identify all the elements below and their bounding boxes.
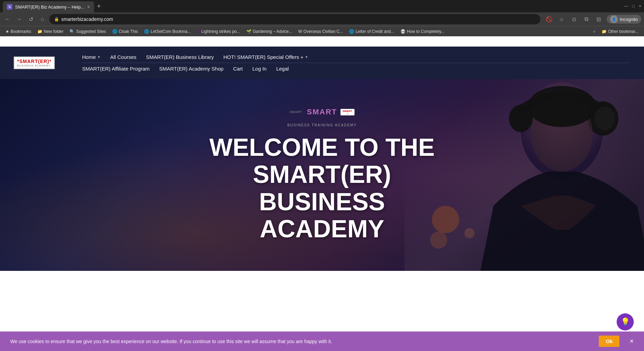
hero-logo-eyebrow: SMART (289, 110, 302, 114)
hero-logo-badge: SMART S (340, 109, 354, 115)
bookmark-gardening[interactable]: 🌱 Gardening – Advice... (244, 28, 295, 35)
logo-area: *SMART(ER)* BUSINESS ACADEMY (14, 57, 82, 69)
browser-chrome: S SMART(ER) Biz Academy – Help... × + — … (0, 0, 644, 36)
nav-login[interactable]: Log In (252, 66, 267, 72)
reload-button[interactable]: ↺ (26, 14, 36, 24)
hero-badge-bot: S (347, 113, 348, 115)
bookmark-label: Other bookmar... (608, 29, 639, 34)
address-bar-row: ← → ↺ ⌂ 🔒 smarterbizacademy.com 🚫 ☆ ⊙ ⧉ … (0, 12, 644, 26)
hero-logo-subtitle: BUSINESS TRAINING ACADEMY (7, 123, 637, 127)
nav-cart[interactable]: Cart (233, 66, 243, 72)
minimize-button[interactable]: — (624, 4, 628, 9)
hero-content: SMART SMART SMART S BUSINESS TRAINING AC… (0, 94, 644, 256)
maximize-button[interactable]: □ (632, 4, 635, 9)
bookmark-lightning[interactable]: Y Lightning strikes po... (194, 28, 243, 35)
hero-logo-brand: SMART (307, 108, 337, 116)
bookmark-label: Letter of Credit and... (356, 29, 394, 34)
bookmark-label: LetSetCom Bookma... (151, 29, 191, 34)
bookmark-suggested-sites[interactable]: 🔍 Suggested Sites (67, 28, 108, 35)
bookmark-how-to[interactable]: 💀 How to Completely... (398, 28, 447, 35)
bookmark-more-button[interactable]: » (590, 28, 598, 35)
nav-links-container: Home ▼ All Courses SMART(ER) Business Li… (82, 51, 630, 74)
hero-headline-line3: BUSINESS (259, 188, 385, 215)
new-tab-button[interactable]: + (97, 2, 101, 10)
folder-icon: 📁 (37, 29, 42, 34)
bookmarks-bar: ★ Bookmarks 📁 New folder 🔍 Suggested Sit… (0, 26, 644, 36)
bookmark-other[interactable]: 📁 Other bookmar... (599, 28, 641, 35)
bookmark-new-folder[interactable]: 📁 New folder (35, 28, 66, 35)
url-text: smarterbizacademy.com (61, 16, 113, 22)
bookmark-label: Suggested Sites (76, 29, 106, 34)
nav-special-offers[interactable]: HOT! SMART(ER) Special Offers + ▼ (223, 54, 308, 60)
letter-icon: 🌐 (349, 29, 354, 34)
tab-favicon: S (7, 4, 12, 10)
bookmark-letter-of-credit[interactable]: 🌐 Letter of Credit and... (346, 28, 397, 35)
logo-brand-text: *SMART(ER)* (17, 59, 51, 64)
bookmark-label: Lightning strikes po... (201, 29, 240, 34)
hero-headline-line2: SMART(ER) (253, 161, 391, 188)
tab-title: SMART(ER) Biz Academy – Help... (15, 4, 85, 10)
nav-business-library[interactable]: SMART(ER) Business Library (146, 54, 214, 60)
bookmark-label: Gardening – Advice... (253, 29, 292, 34)
special-offers-arrow-icon: ▼ (305, 55, 308, 59)
bookmark-label: Bookmarks (11, 29, 31, 34)
nav-row-2: SMART(ER) Affiliate Program SMART(ER) Ac… (82, 63, 630, 74)
sidebar-icon[interactable]: ⊟ (594, 14, 603, 24)
site-partial-left (0, 36, 178, 46)
performance-icon[interactable]: ⊙ (569, 14, 579, 24)
bookmark-star-icon[interactable]: ☆ (557, 14, 566, 24)
logo-sub-text: BUSINESS ACADEMY (17, 64, 51, 67)
hero-section: SMART SMART SMART S BUSINESS TRAINING AC… (0, 79, 644, 271)
other-folder-icon: 📁 (602, 29, 607, 34)
bookmark-cloak-this[interactable]: 🌐 Cloak This (110, 28, 141, 35)
hero-headline-line4: ACADEMY (260, 215, 384, 242)
window-controls: — □ × (624, 4, 641, 9)
nav-academy-shop[interactable]: SMART(ER) Academy Shop (159, 66, 223, 72)
hero-headline: WELCOME TO THE SMART(ER) BUSINESS ACADEM… (168, 134, 476, 242)
toolbar-icons: 🚫 ☆ ⊙ ⧉ ⊟ (544, 14, 603, 24)
tab-bar: S SMART(ER) Biz Academy – Help... × + — … (0, 0, 644, 12)
home-arrow-icon: ▼ (97, 55, 101, 59)
gardening-icon: 🌱 (246, 29, 252, 34)
hero-logo-area: SMART SMART SMART S (7, 108, 637, 116)
search-icon: 🔍 (69, 29, 75, 34)
bookmark-letsetcom[interactable]: 🌐 LetSetCom Bookma... (141, 28, 193, 35)
bookmark-star-icon: ★ (5, 29, 9, 34)
active-tab[interactable]: S SMART(ER) Biz Academy – Help... × (3, 1, 94, 12)
nav-row-1: Home ▼ All Courses SMART(ER) Business Li… (82, 51, 630, 63)
profile-label: Incognito (620, 17, 638, 22)
skull-icon: 💀 (400, 29, 405, 34)
wordpress-icon: W (298, 29, 302, 34)
home-button[interactable]: ⌂ (38, 14, 47, 24)
nav-all-courses[interactable]: All Courses (110, 54, 137, 60)
site-partial-right (178, 36, 644, 46)
site-logo[interactable]: *SMART(ER)* BUSINESS ACADEMY (14, 57, 55, 69)
bookmark-label: Cloak This (119, 29, 138, 34)
nav-legal[interactable]: Legal (276, 66, 289, 72)
bookmark-label: New folder (44, 29, 63, 34)
nav-affiliate-program[interactable]: SMART(ER) Affiliate Program (82, 66, 150, 72)
yahoo-icon: Y (197, 29, 200, 34)
nav-home[interactable]: Home ▼ (82, 54, 101, 60)
back-button[interactable]: ← (3, 14, 12, 24)
tab-close-button[interactable]: × (87, 4, 90, 10)
bookmark-bookmarks[interactable]: ★ Bookmarks (3, 28, 34, 35)
security-lock-icon: 🔒 (54, 17, 59, 22)
avatar: 👤 (610, 15, 618, 23)
bookmark-label: How to Completely... (407, 29, 445, 34)
no-camera-icon[interactable]: 🚫 (544, 14, 554, 24)
site-navigation: *SMART(ER)* BUSINESS ACADEMY Home ▼ All … (0, 47, 644, 79)
letsetcom-icon: 🌐 (144, 29, 149, 34)
website-content: *SMART(ER)* BUSINESS ACADEMY Home ▼ All … (0, 36, 644, 271)
profile-button[interactable]: 👤 Incognito (607, 15, 641, 24)
site-partial-bar (0, 36, 644, 47)
extensions-icon[interactable]: ⧉ (581, 14, 591, 24)
hero-headline-line1: WELCOME TO THE (209, 134, 435, 161)
bookmark-label: Overseas Civilian C... (304, 29, 343, 34)
hero-badge-top: SMART (343, 110, 352, 113)
close-button[interactable]: × (639, 4, 641, 9)
cloak-icon: 🌐 (112, 29, 117, 34)
bookmark-overseas[interactable]: W Overseas Civilian C... (295, 28, 346, 35)
address-input[interactable]: 🔒 smarterbizacademy.com (49, 14, 540, 24)
forward-button[interactable]: → (14, 14, 24, 24)
